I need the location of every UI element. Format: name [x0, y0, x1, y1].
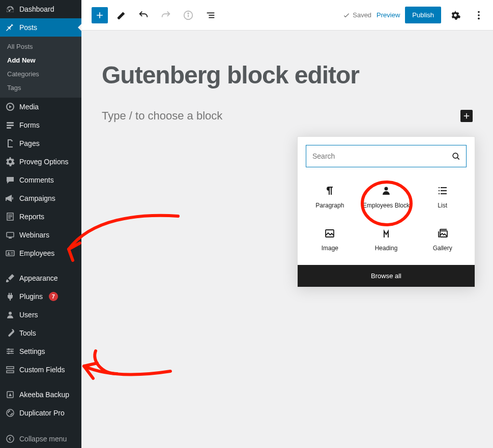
outline-button[interactable] [201, 6, 220, 24]
pages-icon [5, 138, 15, 148]
block-option-employees-block[interactable]: Employees Block [358, 175, 415, 218]
svg-rect-1 [7, 122, 14, 124]
block-placeholder-text[interactable]: Type / to choose a block [102, 109, 222, 123]
sidebar-item-users[interactable]: Users [0, 306, 81, 324]
block-option-heading[interactable]: Heading [358, 218, 415, 261]
svg-point-15 [9, 312, 12, 315]
svg-point-19 [8, 348, 9, 350]
preview-button[interactable]: Preview [376, 11, 400, 19]
svg-rect-14 [11, 254, 13, 254]
svg-rect-8 [7, 232, 14, 237]
collapse-menu-button[interactable]: Collapse menu [0, 430, 81, 448]
block-option-paragraph[interactable]: Paragraph [302, 175, 358, 218]
block-option-list[interactable]: List [414, 175, 471, 218]
sidebar-item-label: Users [19, 311, 38, 319]
sidebar-item-proveg-options[interactable]: Proveg Options [0, 153, 81, 171]
redo-button[interactable] [157, 6, 175, 24]
browse-all-button[interactable]: Browse all [298, 265, 475, 287]
sidebar-item-pages[interactable]: Pages [0, 134, 81, 153]
sidebar-item-plugins[interactable]: Plugins 7 [0, 287, 81, 306]
sidebar-item-label: Duplicator Pro [19, 409, 65, 417]
svg-line-37 [457, 158, 459, 160]
svg-rect-9 [9, 237, 12, 238]
sidebar-item-label: Pages [19, 139, 40, 147]
svg-rect-45 [326, 230, 334, 237]
svg-point-21 [8, 352, 9, 354]
wrench-icon [5, 328, 15, 338]
block-option-label: Heading [375, 245, 398, 252]
sidebar-item-label: Posts [19, 23, 37, 32]
more-options-button[interactable] [470, 6, 488, 24]
sidebar-item-employees[interactable]: Employees [0, 244, 81, 262]
info-icon [183, 10, 194, 21]
list-icon [437, 185, 449, 197]
editor-area: Saved Preview Publish Gutenberg block ed… [81, 0, 493, 448]
megaphone-icon [5, 193, 15, 203]
user-icon [380, 185, 392, 197]
id-card-icon [5, 248, 15, 258]
svg-rect-17 [7, 351, 14, 352]
sidebar-item-label: Forms [19, 121, 40, 129]
sidebar-item-akeeba-backup[interactable]: Akeeba Backup [0, 385, 81, 404]
sidebar-item-dashboard[interactable]: Dashboard [0, 0, 81, 18]
undo-icon [138, 10, 149, 21]
svg-point-33 [478, 11, 480, 13]
svg-rect-31 [209, 15, 214, 16]
saved-indicator: Saved [342, 11, 371, 19]
sidebar-item-settings[interactable]: Settings [0, 342, 81, 361]
sidebar-item-media[interactable]: Media [0, 98, 81, 116]
submenu-item-all-posts[interactable]: All Posts [0, 40, 81, 53]
sidebar-item-tools[interactable]: Tools [0, 324, 81, 342]
block-option-label: Paragraph [315, 202, 344, 209]
sidebar-item-duplicator-pro[interactable]: Duplicator Pro [0, 404, 81, 422]
info-button[interactable] [179, 6, 197, 24]
sliders-icon [5, 346, 15, 356]
block-option-gallery[interactable]: Gallery [414, 218, 471, 261]
block-option-label: Gallery [433, 245, 452, 252]
menu-separator [0, 381, 81, 383]
pin-icon [5, 22, 15, 33]
image-icon [324, 227, 336, 240]
admin-sidebar: Dashboard Posts All Posts Add New Catego… [0, 0, 81, 448]
media-icon [5, 102, 15, 112]
sidebar-item-label: Reports [19, 213, 44, 221]
post-title[interactable]: Gutenberg block editor [102, 61, 473, 89]
heading-icon [380, 227, 392, 240]
plugin-update-badge: 7 [49, 292, 58, 301]
collapse-icon [5, 434, 15, 444]
sidebar-item-label: Employees [19, 249, 54, 257]
undo-button[interactable] [134, 6, 153, 24]
sidebar-item-reports[interactable]: Reports [0, 207, 81, 226]
paragraph-icon [324, 185, 336, 197]
sidebar-item-comments[interactable]: Comments [0, 171, 81, 189]
inline-add-block-button[interactable] [460, 110, 473, 122]
block-search-input[interactable] [311, 145, 451, 167]
check-icon [342, 11, 351, 19]
sidebar-item-custom-fields[interactable]: Custom Fields [0, 361, 81, 379]
edit-mode-button[interactable] [112, 6, 130, 24]
submenu-item-tags[interactable]: Tags [0, 81, 81, 95]
svg-rect-18 [7, 353, 14, 354]
svg-rect-30 [207, 12, 215, 13]
comment-icon [5, 175, 15, 185]
sidebar-item-forms[interactable]: Forms [0, 116, 81, 134]
sidebar-item-appearance[interactable]: Appearance [0, 269, 81, 287]
svg-rect-32 [209, 17, 214, 18]
sidebar-item-label: Campaigns [19, 194, 55, 202]
settings-button[interactable] [446, 6, 465, 24]
submenu-item-categories[interactable]: Categories [0, 67, 81, 81]
add-block-button[interactable] [92, 7, 108, 23]
publish-button[interactable]: Publish [405, 7, 441, 23]
plus-icon [462, 111, 471, 121]
plus-icon [95, 10, 105, 20]
sidebar-item-webinars[interactable]: Webinars [0, 226, 81, 244]
svg-rect-12 [8, 254, 10, 255]
block-search-field[interactable] [306, 145, 467, 167]
submenu-item-add-new[interactable]: Add New [0, 53, 81, 67]
sidebar-item-campaigns[interactable]: Campaigns [0, 189, 81, 207]
sidebar-item-posts[interactable]: Posts [0, 18, 81, 37]
block-option-image[interactable]: Image [302, 218, 358, 261]
svg-rect-13 [11, 252, 13, 253]
redo-icon [160, 10, 171, 21]
svg-point-35 [478, 17, 480, 19]
